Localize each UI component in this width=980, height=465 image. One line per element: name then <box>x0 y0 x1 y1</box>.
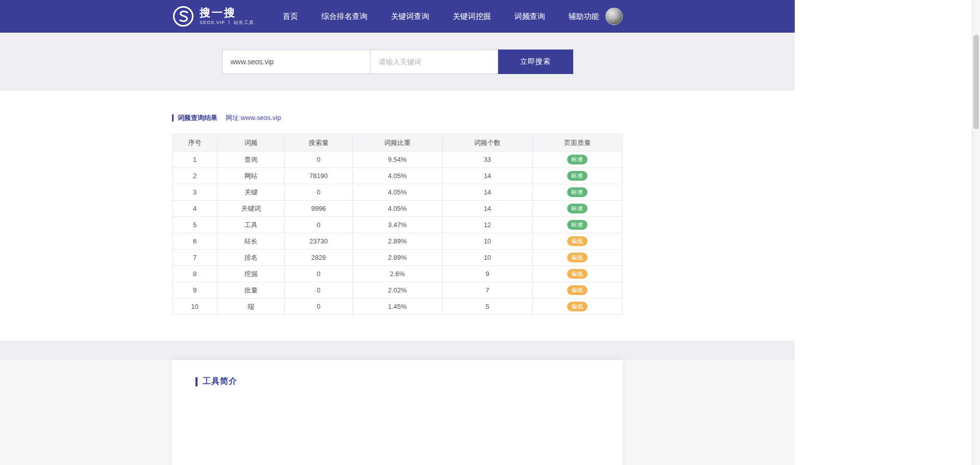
table-cell: 0 <box>285 299 352 315</box>
intro-accent-bar <box>195 377 198 386</box>
quality-badge: 标准 <box>567 171 587 181</box>
search-section: 立即搜索 <box>0 33 795 91</box>
scrollbar-thumb[interactable] <box>973 35 979 129</box>
table-cell: 2.6% <box>352 266 442 282</box>
brand-text: 搜一搜 SEOS.VIP 丨 站长工具 <box>200 7 254 26</box>
user-avatar[interactable] <box>605 8 623 25</box>
table-cell: 10 <box>443 233 532 250</box>
table-row: 1查询09.54%33标准 <box>173 152 623 168</box>
table-cell: 2.89% <box>352 233 442 250</box>
table-cell: 2.02% <box>352 282 442 299</box>
table-cell: 批量 <box>217 282 285 299</box>
results-url: 网址:www.seos.vip <box>226 113 281 123</box>
scrollbar[interactable] <box>972 0 980 465</box>
logo-icon <box>172 5 194 28</box>
quality-badge: 偏低 <box>567 269 587 279</box>
table-cell-quality: 偏低 <box>532 233 622 250</box>
table-cell: 5 <box>443 299 532 315</box>
table-cell: 3.47% <box>352 217 442 233</box>
section-divider <box>0 340 795 360</box>
quality-badge: 偏低 <box>567 253 587 262</box>
word-frequency-table: 序号词频搜索量词频比重词频个数页面质量 1查询09.54%33标准2网站7819… <box>172 134 623 315</box>
table-row: 10端01.45%5偏低 <box>173 299 623 315</box>
brand-title: 搜一搜 <box>200 7 254 18</box>
table-cell: 网站 <box>217 168 285 184</box>
title-accent-bar <box>172 114 174 121</box>
table-cell: 9.54% <box>352 152 442 168</box>
table-header-cell: 页面质量 <box>532 134 622 152</box>
table-cell: 4 <box>173 201 217 217</box>
table-cell: 0 <box>285 282 352 299</box>
nav-item-auxiliary[interactable]: 辅助功能 <box>569 12 599 21</box>
table-cell-quality: 偏低 <box>532 250 622 266</box>
table-cell: 4.05% <box>352 201 442 217</box>
page: 搜一搜 SEOS.VIP 丨 站长工具 首页综合排名查询关键词查询关键词挖掘词频… <box>0 0 795 465</box>
table-cell: 8 <box>173 266 217 282</box>
table-cell: 9 <box>443 266 532 282</box>
table-cell: 2 <box>173 168 217 184</box>
table-row: 8挖掘02.6%9偏低 <box>173 266 623 282</box>
table-header-row: 序号词频搜索量词频比重词频个数页面质量 <box>173 134 623 152</box>
table-cell: 10 <box>443 250 532 266</box>
table-row: 3关键04.05%14标准 <box>173 184 623 201</box>
nav-item-keyword-query[interactable]: 关键词查询 <box>391 12 429 21</box>
nav-item-keyword-mining[interactable]: 关键词挖掘 <box>453 12 491 21</box>
nav-item-home[interactable]: 首页 <box>283 12 298 21</box>
nav-item-word-frequency[interactable]: 词频查询 <box>514 12 545 21</box>
brand[interactable]: 搜一搜 SEOS.VIP 丨 站长工具 <box>172 5 254 28</box>
url-input[interactable] <box>222 50 370 74</box>
table-cell-quality: 标准 <box>532 152 622 168</box>
table-header-cell: 序号 <box>173 134 217 152</box>
table-cell: 23730 <box>285 233 352 250</box>
table-cell: 2828 <box>285 250 352 266</box>
table-cell-quality: 偏低 <box>532 282 622 299</box>
table-row: 9批量02.02%7偏低 <box>173 282 623 299</box>
nav-item-rank-query[interactable]: 综合排名查询 <box>322 12 368 21</box>
quality-badge: 偏低 <box>567 302 587 311</box>
table-cell: 排名 <box>217 250 285 266</box>
quality-badge: 标准 <box>567 187 587 197</box>
table-cell: 7 <box>443 282 532 299</box>
search-button[interactable]: 立即搜索 <box>498 50 573 74</box>
table-cell: 12 <box>443 217 532 233</box>
table-cell: 关键 <box>217 184 285 201</box>
table-header-cell: 词频 <box>217 134 285 152</box>
table-cell: 14 <box>443 201 532 217</box>
table-cell: 站长 <box>217 233 285 250</box>
brand-subtitle: SEOS.VIP 丨 站长工具 <box>200 19 254 26</box>
quality-badge: 标准 <box>567 220 587 230</box>
quality-badge: 偏低 <box>567 285 587 295</box>
table-cell-quality: 标准 <box>532 184 622 201</box>
table-row: 4关键词99964.05%14标准 <box>173 201 623 217</box>
table-cell: 14 <box>443 168 532 184</box>
search-bar: 立即搜索 <box>222 50 573 74</box>
table-cell-quality: 偏低 <box>532 299 622 315</box>
table-body: 1查询09.54%33标准2网站781904.05%14标准3关键04.05%1… <box>173 152 623 315</box>
table-cell: 关键词 <box>217 201 285 217</box>
table-cell: 4.05% <box>352 184 442 201</box>
table-cell-quality: 标准 <box>532 168 622 184</box>
table-header-cell: 词频个数 <box>443 134 532 152</box>
table-row: 7排名28282.89%10偏低 <box>173 250 623 266</box>
results-title: 词频查询结果 <box>178 113 217 123</box>
table-cell: 查询 <box>217 152 285 168</box>
intro-header: 工具简介 <box>195 376 599 387</box>
results-section: 词频查询结果 网址:www.seos.vip 序号词频搜索量词频比重词频个数页面… <box>0 91 795 340</box>
table-cell: 9 <box>173 282 217 299</box>
table-cell: 0 <box>285 152 352 168</box>
keyword-input[interactable] <box>370 50 498 74</box>
intro-title: 工具简介 <box>203 376 237 387</box>
table-cell: 2.89% <box>352 250 442 266</box>
table-cell: 1.45% <box>352 299 442 315</box>
table-cell: 7 <box>173 250 217 266</box>
table-cell: 4.05% <box>352 168 442 184</box>
table-cell: 10 <box>173 299 217 315</box>
table-cell-quality: 标准 <box>532 217 622 233</box>
table-cell: 0 <box>285 217 352 233</box>
intro-card: 工具简介 <box>172 360 623 465</box>
intro-section: 工具简介 <box>0 360 795 465</box>
results-header: 词频查询结果 网址:www.seos.vip <box>172 113 623 123</box>
table-cell-quality: 偏低 <box>532 266 622 282</box>
table-cell: 78190 <box>285 168 352 184</box>
table-cell: 挖掘 <box>217 266 285 282</box>
